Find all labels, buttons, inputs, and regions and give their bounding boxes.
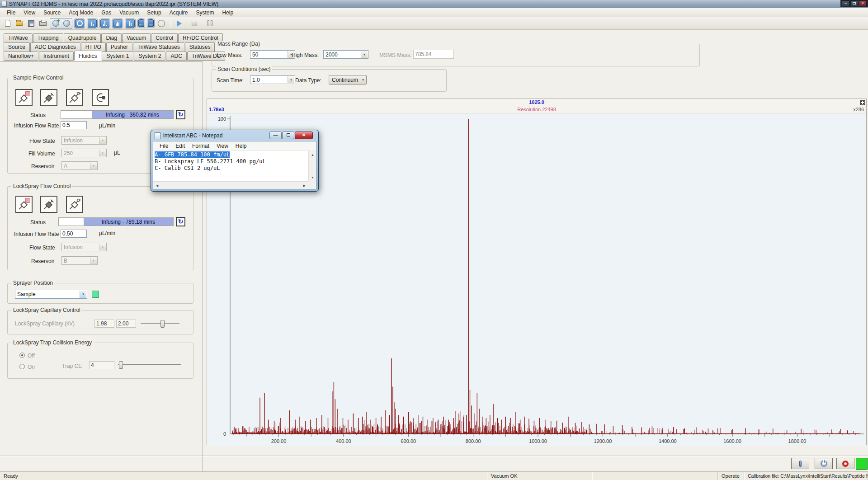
menu-item-acq-mode[interactable]: Acq Mode [65,9,97,17]
tab-fluidics[interactable]: Fluidics [74,51,102,61]
chart-bars-button[interactable] [112,19,123,28]
notepad-text-area[interactable]: A- GFB 785.84 100 fm/uLB- Lockspray LE 5… [153,151,308,181]
tab-pusher[interactable]: Pusher [106,42,132,52]
tab-quadrupole[interactable]: Quadrupole [64,33,101,42]
trap-ce-on-radio[interactable] [19,364,25,369]
tab-nanoflow[interactable]: Nanoflow+ [4,52,38,61]
globe-button[interactable] [156,19,166,28]
menu-item-help[interactable]: Help [218,9,237,17]
lockspray-flow-rate-input[interactable] [61,230,87,238]
scan-time-combo[interactable]: 1.0▼ [250,75,295,84]
panel-divider[interactable] [202,61,203,471]
scroll-left-icon[interactable]: ◀ [153,182,161,189]
sample-refill-button[interactable]: ⟳ [66,89,83,106]
data-type-dropdown[interactable]: Continuum▼ [329,75,367,85]
sample-stop-infusion-button[interactable] [15,89,33,106]
tab-system-1[interactable]: System 1 [102,52,133,61]
tab-ht-i-o[interactable]: HT I/O [81,42,106,52]
notepad-menu-help[interactable]: Help [232,142,250,150]
tab-adc[interactable]: ADC [166,52,186,61]
menu-item-acquire[interactable]: Acquire [165,9,192,17]
capillary-slider[interactable] [141,320,179,328]
trap-ce-off-radio[interactable] [19,353,25,358]
notepad-restore-button[interactable] [282,132,294,139]
add-probe-button[interactable] [51,19,61,28]
notepad-menu-view[interactable]: View [213,142,232,150]
expand-icon[interactable] [860,100,865,105]
spectrum-view-button[interactable] [87,19,98,28]
notepad-menu-file[interactable]: File [156,142,172,150]
lockspray-reservoir-combo[interactable]: B▼ [61,256,98,265]
tab-triwave-statuses[interactable]: TriWave Statuses [133,42,184,52]
tab-triwave[interactable]: TriWave [4,33,33,42]
lockspray-stop-infusion-button[interactable] [15,196,33,213]
slider-thumb[interactable] [119,361,123,369]
sample-purge-button[interactable] [92,89,109,106]
chart-bars2-button[interactable] [125,19,136,28]
tab-diag[interactable]: Diag [101,33,122,42]
standby-button[interactable] [815,458,833,469]
start-acquisition-button[interactable] [174,19,184,28]
capillary-setpoint-input[interactable] [116,320,136,328]
lockspray-status-refresh-button[interactable]: ↻ [176,217,185,226]
menu-item-gas[interactable]: Gas [97,9,115,17]
sample-start-infusion-button[interactable] [40,89,57,106]
sample-flow-state-combo[interactable]: Infusion▼ [61,136,107,145]
tab-adc-diagnostics[interactable]: ADC Diagnostics [30,42,80,52]
notepad-line[interactable]: A- GFB 785.84 100 fm/uL [155,151,308,158]
operate-on-button[interactable] [791,458,809,469]
scroll-right-icon[interactable]: ▶ [301,182,308,189]
spectrum-peak-button[interactable] [99,19,110,28]
probe-button[interactable] [61,19,71,28]
tab-vacuum[interactable]: Vacuum [122,33,151,42]
slider-thumb[interactable] [160,320,165,328]
tab-control[interactable]: Control [151,33,178,42]
lockspray-start-infusion-button[interactable] [40,196,57,213]
notepad-line[interactable]: B- Lockspray LE 556.2771 400 pg/uL [155,158,308,165]
sample-reservoir-combo[interactable]: A▼ [61,161,98,170]
pause-acquisition-button[interactable] [205,19,215,28]
tab-trapping[interactable]: Trapping [33,33,63,42]
sample-status-refresh-button[interactable]: ↻ [176,110,185,119]
reservoir-trp-button[interactable]: TRP [147,19,155,28]
sample-flow-rate-input[interactable] [61,121,87,129]
scroll-down-icon[interactable]: ▼ [309,174,316,181]
close-button[interactable]: × [859,0,867,6]
tab-system-2[interactable]: System 2 [134,52,165,61]
source-off-button[interactable] [836,458,854,469]
minimize-button[interactable]: – [842,0,849,6]
stop-acquisition-button[interactable] [189,19,199,28]
notepad-horizontal-scrollbar[interactable]: ◀ ▶ [153,181,308,189]
reservoir-rpt-button[interactable]: RPT [137,19,145,28]
trap-ce-slider[interactable] [118,361,181,369]
new-file-button[interactable] [3,19,13,28]
lockspray-flow-state-combo[interactable]: Infusion▼ [61,243,107,251]
menu-item-source[interactable]: Source [39,9,65,17]
notepad-minimize-button[interactable]: — [269,132,282,139]
print-button[interactable] [38,19,48,28]
notepad-close-button[interactable]: ✕ [295,132,313,139]
tab-statuses[interactable]: Statuses [185,42,215,52]
menu-item-system[interactable]: System [192,9,218,17]
sprayer-position-combo[interactable]: Sample▼ [15,290,87,299]
save-button[interactable] [26,19,36,28]
notepad-line[interactable]: C- Calib CSI 2 ug/uL [155,165,308,172]
menu-item-setup[interactable]: Setup [143,9,165,17]
trap-ce-input[interactable] [89,361,114,369]
notepad-menu-edit[interactable]: Edit [172,142,189,150]
open-file-button[interactable] [14,19,24,28]
tab-instrument[interactable]: Instrument [39,52,74,61]
notepad-menu-format[interactable]: Format [189,142,213,150]
tune-button[interactable] [74,19,85,28]
scroll-up-icon[interactable]: ▲ [309,151,316,159]
maximize-button[interactable] [850,0,858,6]
high-mass-combo[interactable]: 2000▼ [323,50,368,59]
menu-item-file[interactable]: File [3,9,19,17]
tab-source[interactable]: Source [4,42,30,52]
low-mass-combo[interactable]: 50▼ [250,50,295,59]
notepad-window[interactable]: intelistart ABC - Notepad — ✕ FileEditFo… [151,130,319,192]
notepad-vertical-scrollbar[interactable]: ▲ ▼ [308,151,316,181]
sample-fill-volume-combo[interactable]: 250▼ [61,149,107,157]
lockspray-refill-button[interactable]: ⟳ [66,196,83,213]
notepad-title-bar[interactable]: intelistart ABC - Notepad — ✕ [151,130,318,141]
